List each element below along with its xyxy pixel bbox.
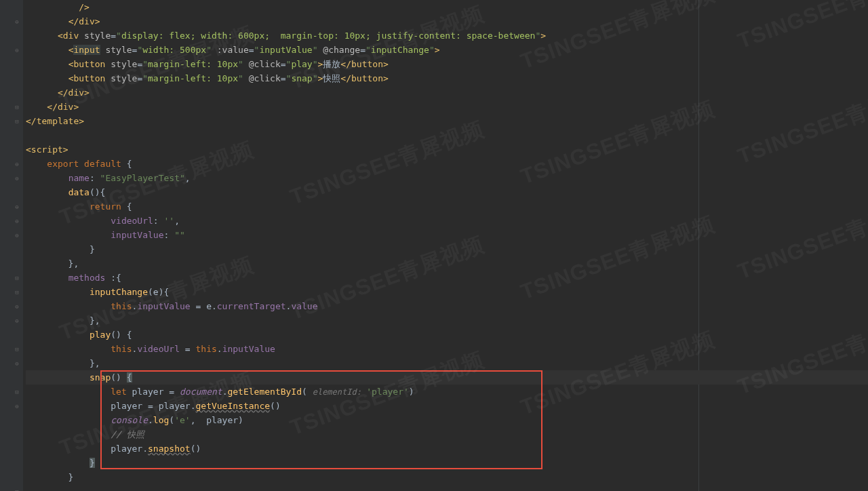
- code-line[interactable]: </div>: [26, 100, 868, 114]
- fold-icon[interactable]: [14, 33, 20, 39]
- code-line[interactable]: player.snapshot(): [26, 441, 868, 456]
- code-line[interactable]: player = player.getVueInstance(): [26, 399, 868, 413]
- fold-icon[interactable]: ⊖: [14, 47, 20, 54]
- fold-icon[interactable]: ⊖: [14, 403, 20, 410]
- fold-icon[interactable]: ⊟: [14, 118, 20, 125]
- code-line[interactable]: videoUrl: '',: [26, 214, 868, 228]
- code-line[interactable]: [26, 128, 868, 142]
- code-line[interactable]: <div style="display: flex; width: 600px;…: [26, 28, 868, 43]
- fold-icon[interactable]: ⊖: [14, 218, 20, 224]
- code-line[interactable]: return {: [26, 199, 868, 214]
- code-line[interactable]: // 快照: [26, 427, 868, 441]
- fold-icon[interactable]: ⊖: [14, 360, 20, 367]
- code-line[interactable]: </template>: [26, 114, 868, 128]
- code-line[interactable]: methods :{: [26, 271, 868, 285]
- code-line-current[interactable]: snap() {: [26, 370, 868, 385]
- editor-gutter: ⊖ ⊖ ⊟ ⊟ ⊖ ⊖ ⊖ ⊖ ⊖ ⊟ ⊟ ⊖ ⊖ ⊟ ⊖ ⊟ ⊖ ⊟ ⊟: [0, 0, 23, 491]
- code-line[interactable]: data(){: [26, 185, 868, 199]
- code-line[interactable]: console.log('e', player): [26, 413, 868, 427]
- code-line[interactable]: export default {: [26, 157, 868, 171]
- code-line[interactable]: this.inputValue = e.currentTarget.value: [26, 299, 868, 313]
- code-line[interactable]: inputChange(e){: [26, 285, 868, 299]
- fold-icon[interactable]: ⊖: [14, 203, 20, 210]
- fold-icon[interactable]: ⊖: [14, 232, 20, 239]
- code-line[interactable]: </div>: [26, 14, 868, 28]
- code-line[interactable]: </div>: [26, 85, 868, 100]
- fold-icon[interactable]: [14, 4, 20, 11]
- code-line[interactable]: }: [26, 242, 868, 256]
- fold-icon[interactable]: ⊖: [14, 303, 20, 310]
- code-line[interactable]: name: "EasyPlayerTest",: [26, 171, 868, 185]
- fold-icon[interactable]: ⊟: [14, 488, 20, 492]
- fold-icon[interactable]: ⊖: [14, 175, 20, 182]
- fold-icon[interactable]: ⊖: [14, 161, 20, 168]
- code-line[interactable]: },: [26, 356, 868, 370]
- code-line[interactable]: inputValue: "": [26, 228, 868, 242]
- fold-icon[interactable]: [14, 90, 20, 96]
- code-line[interactable]: <button style="margin-left: 10px" @click…: [26, 71, 868, 85]
- code-line[interactable]: <script>: [26, 142, 868, 157]
- code-editor: ⊖ ⊖ ⊟ ⊟ ⊖ ⊖ ⊖ ⊖ ⊖ ⊟ ⊟ ⊖ ⊖ ⊟ ⊖ ⊟ ⊖ ⊟ ⊟: [0, 0, 868, 491]
- fold-icon[interactable]: ⊟: [14, 289, 20, 296]
- code-line[interactable]: let player = document.getElementById( el…: [26, 385, 868, 399]
- code-line[interactable]: },: [26, 313, 868, 328]
- fold-icon[interactable]: ⊟: [14, 275, 20, 281]
- fold-icon[interactable]: ⊟: [14, 389, 20, 395]
- fold-icon[interactable]: ⊖: [14, 18, 20, 25]
- code-line[interactable]: <input style="width: 500px" :value="inpu…: [26, 43, 868, 57]
- code-area[interactable]: /> </div> <div style="display: flex; wid…: [23, 0, 868, 491]
- code-line[interactable]: play() {: [26, 328, 868, 342]
- code-line[interactable]: />: [26, 0, 868, 14]
- fold-icon[interactable]: [14, 61, 20, 68]
- code-line[interactable]: },: [26, 256, 868, 271]
- fold-icon[interactable]: ⊖: [14, 317, 20, 324]
- code-line[interactable]: }: [26, 470, 868, 484]
- code-line[interactable]: }: [26, 456, 868, 470]
- fold-icon[interactable]: ⊟: [14, 104, 20, 111]
- code-line[interactable]: this.videoUrl = this.inputValue: [26, 342, 868, 356]
- fold-icon[interactable]: ⊟: [14, 346, 20, 353]
- code-line[interactable]: <button style="margin-left: 10px" @click…: [26, 57, 868, 71]
- fold-icon[interactable]: [14, 75, 20, 82]
- code-line[interactable]: [26, 484, 868, 491]
